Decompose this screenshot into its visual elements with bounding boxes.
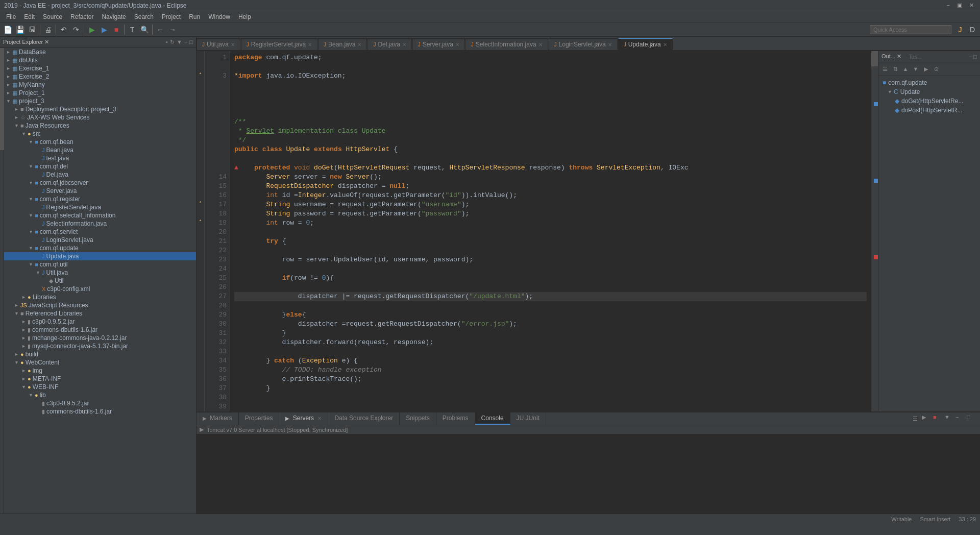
outline-toolbar-btn5[interactable]: ▶ (921, 64, 930, 74)
outline-method-doget[interactable]: ◆ doGet(HttpServletRe... (880, 96, 978, 106)
tab-register-servlet[interactable]: J RegisterServlet.java ✕ (241, 38, 317, 50)
tree-item-com-qf-util[interactable]: ▼ ■ com.qf.util (4, 260, 196, 269)
tree-item-mchange-jar[interactable]: ► ▮ mchange-commons-java-0.2.12.jar (4, 334, 196, 342)
tree-item-lib-commons[interactable]: ▮ commons-dbutils-1.6.jar (4, 407, 196, 416)
menu-file[interactable]: File (2, 12, 20, 21)
new-button[interactable]: 📄 (2, 24, 13, 35)
pe-collapse-button[interactable]: ▪ (166, 39, 168, 45)
tree-item-img[interactable]: ► ● img (4, 367, 196, 375)
console-output[interactable] (197, 434, 980, 514)
prev-edit-button[interactable]: ← (155, 24, 166, 35)
perspective-debug-button[interactable]: D (967, 24, 978, 35)
save-button[interactable]: 💾 (14, 24, 26, 35)
tab-del-java[interactable]: J Del.java ✕ (368, 38, 411, 50)
tree-item-dbutils[interactable]: ► ▦ dbUtils (4, 56, 196, 64)
outline-toolbar-btn3[interactable]: ▲ (901, 64, 910, 74)
outline-minimize[interactable]: − (969, 54, 972, 60)
tree-item-exercise1[interactable]: ► ▦ Exercise_1 (4, 64, 196, 72)
tree-item-src[interactable]: ▼ ● src (4, 130, 196, 138)
pe-sync-button[interactable]: ↻ (170, 39, 175, 45)
tab-util-java[interactable]: J Util.java ✕ (197, 38, 240, 50)
tree-item-test-java[interactable]: J test.java (4, 154, 196, 162)
menu-project[interactable]: Project (158, 12, 185, 21)
outline-class-update[interactable]: ▼ C Update (880, 87, 978, 96)
tree-item-com-qf-register[interactable]: ▼ ■ com.qf.register (4, 195, 196, 203)
outline-package[interactable]: ■ com.qf.update (880, 78, 978, 87)
open-type-button[interactable]: T (127, 24, 138, 35)
tree-item-referenced-libraries[interactable]: ▼ ■ Referenced Libraries (4, 309, 196, 318)
menu-help[interactable]: Help (234, 12, 255, 21)
tree-item-c3p0-xml[interactable]: X c3p0-config.xml (4, 285, 196, 293)
tree-item-del-java[interactable]: J Del.java (4, 171, 196, 179)
tree-item-register-servlet-java[interactable]: J RegisterServlet.java (4, 203, 196, 211)
undo-button[interactable]: ↶ (58, 24, 69, 35)
tab-bean-java[interactable]: J Bean.java ✕ (318, 38, 367, 50)
tab-close-util[interactable]: ✕ (231, 42, 235, 47)
tab-markers[interactable]: ▶ Markers (197, 412, 239, 425)
save-all-button[interactable]: 🖫 (27, 24, 38, 35)
console-toolbar-btn4[interactable]: ▼ (944, 414, 953, 423)
menu-run[interactable]: Run (185, 12, 204, 21)
tree-item-build[interactable]: ► ● build (4, 350, 196, 358)
tree-item-commons-dbutils-jar[interactable]: ► ▮ commons-dbutils-1.6.jar (4, 326, 196, 334)
maximize-button[interactable]: ▣ (955, 2, 964, 9)
tab-close-select[interactable]: ✕ (538, 42, 543, 47)
tree-item-util-class[interactable]: ◆ Util (4, 277, 196, 285)
close-button[interactable]: ✕ (967, 2, 976, 9)
tree-item-com-qf-jdbcserver[interactable]: ▼ ■ com.qf.jdbcserver (4, 179, 196, 187)
menu-source[interactable]: Source (39, 12, 66, 21)
tree-item-com-qf-selectall[interactable]: ▼ ■ com.qf.selectall_information (4, 211, 196, 220)
tab-close-login[interactable]: ✕ (608, 42, 612, 47)
quick-access-input[interactable] (870, 25, 951, 34)
tree-item-webcontent[interactable]: ▼ ● WebContent (4, 358, 196, 367)
outline-method-dopost[interactable]: ◆ doPost(HttpServletR... (880, 106, 978, 115)
tree-item-selectinfo-java[interactable]: J SelectInformation.java (4, 220, 196, 228)
tab-snippets[interactable]: Snippets (400, 412, 436, 425)
tab-properties[interactable]: Properties (239, 412, 280, 425)
code-content[interactable]: package com.qf.update; *import java.io.I… (230, 51, 871, 411)
tree-item-bean-java[interactable]: J Bean.java (4, 146, 196, 154)
tree-item-libraries[interactable]: ► ● Libraries (4, 293, 196, 301)
tree-item-web-inf[interactable]: ▼ ● WEB-INF (4, 383, 196, 391)
outline-toolbar-btn1[interactable]: ☰ (880, 64, 890, 74)
pe-minimize-button[interactable]: − (184, 39, 187, 45)
redo-button[interactable]: ↷ (70, 24, 82, 35)
console-toolbar-btn1[interactable]: ☰ (911, 414, 920, 423)
tab-datasource[interactable]: Data Source Explorer (328, 412, 400, 425)
tab-close-server[interactable]: ✕ (455, 42, 459, 47)
perspective-java-button[interactable]: J (954, 24, 966, 35)
outline-toolbar-btn4[interactable]: ▼ (911, 64, 920, 74)
tree-item-project3[interactable]: ▼ ▦ project_3 (4, 97, 196, 105)
tree-item-login-servlet-java[interactable]: J LoginServlet.java (4, 236, 196, 244)
tree-item-mynanny[interactable]: ► ▦ MyNanny (4, 81, 196, 89)
tab-login-servlet[interactable]: J LoginServlet.java ✕ (549, 38, 618, 50)
outline-toolbar-btn2[interactable]: ⇅ (891, 64, 900, 74)
tree-item-java-resources[interactable]: ▼ ■ Java Resources (4, 121, 196, 130)
tab-close-update[interactable]: ✕ (663, 42, 667, 47)
window-controls[interactable]: − ▣ ✕ (945, 2, 976, 9)
outline-toolbar-btn6[interactable]: ⊙ (932, 64, 941, 74)
tree-item-com-qf-bean[interactable]: ▼ ■ com.qf.bean (4, 138, 196, 146)
print-button[interactable]: 🖨 (42, 24, 54, 35)
run-button[interactable]: ▶ (86, 24, 97, 35)
tree-item-com-qf-update[interactable]: ▼ ■ com.qf.update (4, 244, 196, 252)
tree-item-deployment[interactable]: ► ■ Deployment Descriptor: project_3 (4, 105, 196, 113)
stop-button[interactable]: ■ (111, 24, 122, 35)
menu-navigate[interactable]: Navigate (97, 12, 130, 21)
menu-window[interactable]: Window (204, 12, 234, 21)
servers-close[interactable]: ✕ (317, 416, 322, 421)
menu-search[interactable]: Search (130, 12, 158, 21)
tree-item-exercise2[interactable]: ► ▦ Exercise_2 (4, 72, 196, 81)
console-toolbar-btn3[interactable]: ■ (933, 414, 942, 423)
menu-refactor[interactable]: Refactor (66, 12, 97, 21)
tab-close-register[interactable]: ✕ (308, 42, 312, 47)
pe-menu-button[interactable]: ▼ (177, 39, 182, 45)
debug-button[interactable]: ▶ (99, 24, 110, 35)
tree-item-server-java[interactable]: J Server.java (4, 187, 196, 195)
tree-item-database[interactable]: ► ▦ DataBase (4, 48, 196, 56)
tree-item-c3p0-jar[interactable]: ► ▮ c3p0-0.9.5.2.jar (4, 318, 196, 326)
tree-item-update-java[interactable]: J Update.java (4, 252, 196, 260)
tab-console[interactable]: Console (475, 412, 510, 425)
tree-item-project1[interactable]: ► ▦ Project_1 (4, 89, 196, 97)
next-edit-button[interactable]: → (167, 24, 178, 35)
